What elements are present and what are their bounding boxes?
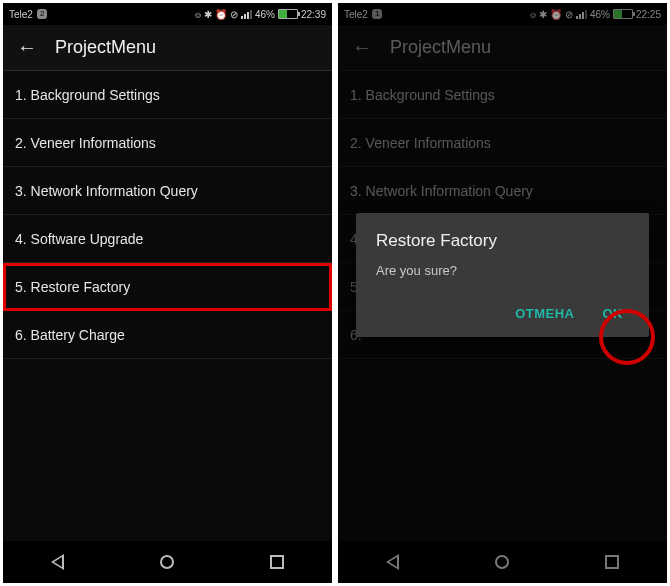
- annotation-circle-icon: [599, 309, 655, 365]
- nav-home-icon[interactable]: [160, 555, 174, 569]
- phone-screen-right: Tele2 1 ⌾ ✱ ⏰ ⊘ 46% 22:25 ← ProjectMenu …: [338, 3, 667, 583]
- menu-item-network-info-query[interactable]: 3. Network Information Query: [3, 167, 332, 215]
- menu-item-background-settings[interactable]: 1. Background Settings: [3, 71, 332, 119]
- alarm-icon: ⏰: [215, 9, 227, 20]
- nav-bar: [3, 541, 332, 583]
- menu-item-battery-charge[interactable]: 6. Battery Charge: [3, 311, 332, 359]
- menu-list: 1. Background Settings 2. Veneer Informa…: [3, 71, 332, 359]
- battery-percent: 46%: [255, 9, 275, 20]
- battery-icon: [278, 9, 298, 19]
- menu-item-veneer-informations[interactable]: 2. Veneer Informations: [3, 119, 332, 167]
- nav-back-icon[interactable]: [51, 554, 64, 570]
- clock-label: 22:39: [301, 9, 326, 20]
- carrier-label: Tele2: [9, 9, 33, 20]
- menu-item-software-upgrade[interactable]: 4. Software Upgrade: [3, 215, 332, 263]
- signal-icon: [241, 9, 252, 19]
- page-title: ProjectMenu: [55, 37, 156, 58]
- nfc-icon: ⌾: [195, 9, 201, 20]
- bluetooth-icon: ✱: [204, 9, 212, 20]
- dnd-icon: ⊘: [230, 9, 238, 20]
- phone-screen-left: Tele2 2 ⌾ ✱ ⏰ ⊘ 46% 22:39 ← ProjectMenu …: [3, 3, 332, 583]
- sim-badge: 2: [37, 9, 47, 19]
- dialog-title: Restore Factory: [376, 231, 629, 251]
- status-bar: Tele2 2 ⌾ ✱ ⏰ ⊘ 46% 22:39: [3, 3, 332, 25]
- dialog-message: Are you sure?: [376, 263, 629, 278]
- nav-recent-icon[interactable]: [270, 555, 284, 569]
- title-bar: ← ProjectMenu: [3, 25, 332, 71]
- back-icon[interactable]: ←: [17, 36, 37, 59]
- dialog-actions: ОТМЕНА OK: [376, 306, 629, 327]
- menu-item-restore-factory[interactable]: 5. Restore Factory: [3, 263, 332, 311]
- cancel-button[interactable]: ОТМЕНА: [515, 306, 574, 321]
